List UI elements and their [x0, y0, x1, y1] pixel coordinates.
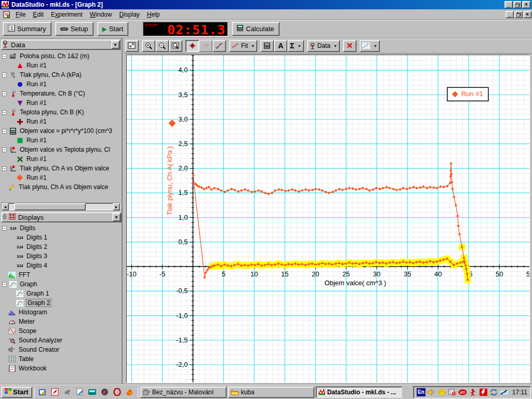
smart-tool-button[interactable] — [185, 40, 199, 52]
tray-ati-icon[interactable]: ATI — [458, 388, 467, 396]
minimize-button[interactable]: _ — [504, 1, 513, 8]
data-item-objem-valce-vs-teplota-plynu-c[interactable]: −xObjem valce vs Teplota plynu, Cl — [0, 145, 122, 154]
scroll-left-arrow[interactable]: ◄ — [2, 203, 9, 210]
data-panel-dropdown[interactable]: ▼ — [111, 41, 119, 49]
menu-edit[interactable]: Edit — [29, 10, 47, 19]
splitter-icon[interactable] — [2, 214, 7, 221]
menu-window[interactable]: Window — [86, 10, 116, 19]
menu-file[interactable]: File — [12, 10, 29, 19]
tray-volume-icon[interactable] — [427, 388, 436, 396]
task-datastudio-mkl-ds[interactable]: DataStudio - mkl.ds - ... — [316, 387, 402, 398]
xy-tool-button[interactable]: xy — [199, 40, 212, 52]
displays-panel-header[interactable]: Displays ▼ — [1, 212, 122, 222]
graph-2-chart[interactable]: -10-5510152025303540455055-2,0-1,5-1,0-0… — [127, 55, 529, 382]
summary-button[interactable]: Summary — [3, 22, 51, 36]
data-run-temperature-ch-b-c-run-1[interactable]: Run #1 — [0, 98, 122, 108]
data-item-tlak-plynu-ch-a-vs-objem-valce[interactable]: −xTlak plynu, Ch A vs Objem valce — [0, 164, 122, 173]
expand-box[interactable]: − — [2, 110, 7, 115]
menu-help[interactable]: Help — [143, 10, 164, 19]
display-item-digits[interactable]: −3.14Digits — [0, 223, 123, 233]
data-item-tlak-plynu-ch-a-vs-objem-valce[interactable]: Tlak plynu, Ch A vs Objem valce — [0, 182, 122, 192]
calculate-tool-button[interactable] — [260, 40, 274, 52]
display-run-graph-graph-2[interactable]: Graph 2 — [0, 298, 123, 308]
display-item-fft[interactable]: FFT — [0, 270, 123, 280]
text-tool-button[interactable]: A — [274, 40, 287, 52]
graph-settings-button[interactable]: ▼ — [360, 40, 380, 52]
delete-tool-button[interactable]: ✕ — [343, 40, 356, 52]
display-item-sound-analyzer[interactable]: Sound Analyzer — [0, 336, 123, 345]
data-panel-hscrollbar[interactable]: ◄ ► — [1, 203, 121, 210]
quicklaunch-bird-icon[interactable] — [62, 387, 73, 398]
data-run-objem-valce-vs-teplota-plynu-c-run-1[interactable]: Run #1 — [0, 154, 122, 164]
display-run-digits-digits-2[interactable]: 3.14Digits 2 — [0, 242, 123, 251]
start-button[interactable]: ▶ Start — [97, 22, 129, 36]
menu-display[interactable]: Display — [115, 10, 143, 19]
quicklaunch-imaging-icon[interactable] — [74, 387, 86, 398]
restore-button[interactable] — [513, 1, 522, 8]
calculate-button[interactable]: Calculate — [232, 22, 279, 36]
display-item-scope[interactable]: Scope — [0, 326, 123, 336]
tray-language-icon[interactable]: En — [417, 388, 425, 396]
display-item-workbook[interactable]: Workbook — [0, 364, 123, 373]
data-run-poloha-pistu-ch-1-2-m-run-1[interactable]: Run #1 — [0, 61, 122, 70]
data-item-poloha-pistu-ch-1-2-m[interactable]: −Poloha pistu, Ch 1&2 (m) — [0, 51, 122, 61]
tray-scheduler-icon[interactable] — [448, 388, 457, 396]
expand-box[interactable]: − — [2, 91, 7, 96]
display-run-digits-digits-1[interactable]: 3.14Digits 1 — [0, 233, 123, 242]
data-menu-button[interactable]: Data▼ — [307, 40, 340, 52]
expand-box[interactable]: − — [2, 73, 7, 77]
data-run-tlak-plynu-ch-a-vs-objem-valce-run-1[interactable]: Run #1 — [0, 173, 122, 182]
quicklaunch-compose-icon[interactable] — [37, 387, 48, 398]
display-run-digits-digits-4[interactable]: 3.14Digits 4 — [0, 261, 123, 270]
display-item-sound-creator[interactable]: Sound Creator — [0, 345, 123, 354]
displays-panel-dropdown[interactable]: ▼ — [112, 213, 121, 221]
data-run-objem-valce-pi-r-r-y-100-cm-3-run-1[interactable]: Run #1 — [0, 136, 122, 145]
task-bez-n-zvu-malov-n[interactable]: Bez_názvu - Malování — [140, 387, 227, 398]
data-panel-header[interactable]: Data ▼ — [1, 39, 121, 50]
expand-box[interactable]: − — [2, 166, 7, 171]
fit-menu-button[interactable]: Fit▼ — [229, 40, 257, 52]
tray-sync-icon[interactable] — [489, 388, 498, 396]
plot-area[interactable]: -10-5510152025303540455055-2,0-1,5-1,0-0… — [126, 55, 530, 383]
scroll-right-arrow[interactable]: ► — [113, 203, 120, 210]
tray-wave-icon[interactable] — [500, 388, 509, 396]
data-item-temperature-ch-b-c[interactable]: −Temperature, Ch B (°C) — [0, 89, 122, 98]
child-restore-button[interactable] — [514, 11, 523, 18]
tray-red-figure-icon[interactable] — [469, 388, 477, 396]
child-close-button[interactable]: × — [523, 11, 531, 18]
display-item-meter[interactable]: Meter — [0, 317, 123, 326]
zoom-out-button[interactable] — [155, 40, 169, 52]
data-item-tlak-plynu-ch-a-kpa[interactable]: −Tlak plynu, Ch A (kPa) — [0, 70, 122, 79]
quicklaunch-dragon-icon[interactable] — [99, 387, 111, 398]
display-run-digits-digits-3[interactable]: 3.14Digits 3 — [0, 251, 123, 261]
data-item-objem-valce-pi-r-r-y-100-cm-3[interactable]: −Objem valce = pi*r*r*y*100 (cm^3 — [0, 126, 122, 136]
menu-experiment[interactable]: Experiment — [47, 10, 86, 19]
display-run-graph-graph-1[interactable]: Graph 1 — [0, 289, 123, 298]
quicklaunch-acrobat-icon[interactable] — [49, 387, 61, 398]
expand-box[interactable]: − — [2, 226, 7, 231]
task-kuba[interactable]: kuba — [228, 387, 314, 398]
quicklaunch-terminal-icon[interactable] — [87, 387, 98, 398]
statistics-tool-button[interactable]: Σ▼ — [287, 40, 303, 52]
display-item-table[interactable]: Table — [0, 354, 123, 364]
close-button[interactable]: × — [522, 1, 530, 8]
tray-lightning-icon[interactable] — [479, 388, 488, 396]
scale-to-fit-button[interactable] — [125, 40, 139, 52]
expand-box[interactable]: − — [2, 54, 7, 59]
zoom-select-button[interactable] — [169, 40, 182, 52]
child-minimize-button[interactable]: _ — [506, 11, 514, 18]
display-item-graph[interactable]: −Graph — [0, 280, 123, 289]
data-run-teplota-plynu-ch-b-k-run-1[interactable]: Run #1 — [0, 117, 122, 126]
quicklaunch-opera-icon[interactable] — [112, 387, 123, 398]
expand-box[interactable]: − — [2, 282, 7, 287]
data-run-tlak-plynu-ch-a-kpa-run-1[interactable]: Run #1 — [0, 79, 122, 89]
tray-yellow-diamond-icon[interactable] — [437, 388, 446, 396]
slope-tool-button[interactable] — [212, 40, 226, 52]
quicklaunch-flame-icon[interactable] — [124, 387, 136, 398]
expand-box[interactable]: − — [2, 129, 7, 134]
scroll-thumb[interactable] — [14, 203, 86, 210]
child-window-icon[interactable] — [2, 10, 11, 19]
start-menu-button[interactable]: Start — [1, 387, 32, 398]
data-item-teplota-plynu-ch-b-k[interactable]: −Teplota plynu, Ch B (K) — [0, 108, 122, 117]
display-item-histogram[interactable]: Histogram — [0, 308, 123, 317]
